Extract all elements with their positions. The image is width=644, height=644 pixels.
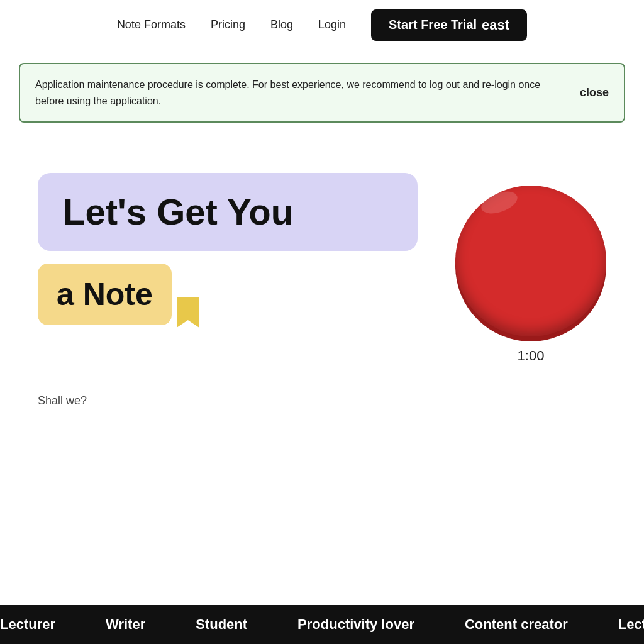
hero-card-small-wrapper: a Note xyxy=(38,264,418,325)
bookmark-icon xyxy=(177,297,199,328)
hero-tagline: Shall we? xyxy=(38,394,418,408)
nav-link-blog[interactable]: Blog xyxy=(270,18,293,31)
ticker-item: Content creator xyxy=(465,616,568,633)
hero-line2: a Note xyxy=(57,277,153,312)
hero-left: Let's Get You a Note Shall we? xyxy=(38,173,418,408)
hero-section: Let's Get You a Note Shall we? 1:00 xyxy=(0,135,644,433)
ticker-bar: Lecturer Writer Student Productivity lov… xyxy=(0,605,644,644)
nav-link-login[interactable]: Login xyxy=(318,18,346,31)
nav-link-pricing[interactable]: Pricing xyxy=(211,18,245,31)
east-icon: east xyxy=(482,17,509,33)
alert-close-button[interactable]: close xyxy=(580,86,609,99)
hero-line1: Let's Get You xyxy=(63,191,293,232)
nav-links: Note Formats Pricing Blog Login xyxy=(117,18,346,31)
hero-right: 1:00 xyxy=(455,173,606,364)
cta-label: Start Free Trial xyxy=(389,18,477,32)
hero-card-large: Let's Get You xyxy=(38,173,418,251)
timer-label: 1:00 xyxy=(518,348,545,364)
alert-message: Application maintenance procedure is com… xyxy=(35,77,551,109)
hero-card-small: a Note xyxy=(38,264,172,325)
ticker-item: Productivity lover xyxy=(297,616,414,633)
timer-circle[interactable] xyxy=(455,186,606,336)
ticker-item: Lecturer xyxy=(618,616,644,633)
alert-banner: Application maintenance procedure is com… xyxy=(19,63,625,123)
ticker-track: Lecturer Writer Student Productivity lov… xyxy=(0,616,644,633)
ticker-item: Writer xyxy=(106,616,145,633)
ticker-item: Lecturer xyxy=(0,616,55,633)
nav-link-note-formats[interactable]: Note Formats xyxy=(117,18,186,31)
ticker-item: Student xyxy=(196,616,247,633)
navbar: Note Formats Pricing Blog Login Start Fr… xyxy=(0,0,644,50)
start-free-trial-button[interactable]: Start Free Trial east xyxy=(371,9,527,41)
